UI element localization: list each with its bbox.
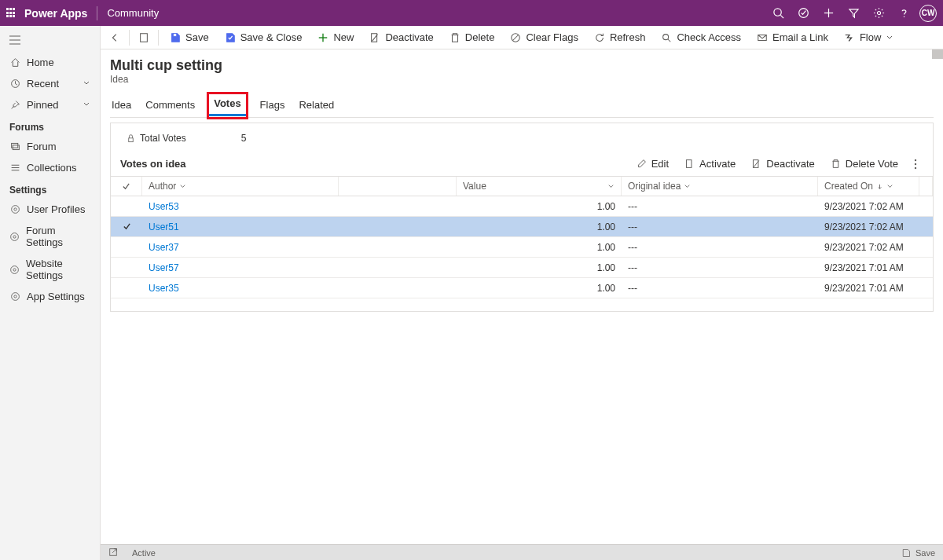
tab-votes[interactable]: Votes (209, 94, 245, 117)
scroll-indicator (932, 49, 943, 59)
total-votes-row: Total Votes 5 (111, 130, 933, 150)
table-row[interactable]: User57 1.00 --- 9/23/2021 7:01 AM (111, 258, 933, 278)
tab-idea[interactable]: Idea (112, 94, 131, 117)
row-author: User35 (142, 278, 339, 298)
page-subtitle: Idea (110, 74, 934, 85)
svg-point-40 (915, 163, 916, 164)
action-edit[interactable]: Edit (637, 158, 669, 170)
row-check[interactable] (111, 217, 142, 236)
row-end (920, 196, 933, 216)
table-row[interactable]: User35 1.00 --- 9/23/2021 7:01 AM (111, 278, 933, 298)
help-icon[interactable] (891, 1, 916, 26)
filter-icon[interactable] (841, 1, 866, 26)
votes-panel: Total Votes 5 Votes on idea Edit Activat… (110, 123, 934, 312)
author-link[interactable]: User53 (149, 201, 179, 212)
svg-point-41 (915, 167, 916, 168)
nav-forum[interactable]: Forum (0, 136, 100, 157)
nav-pinned[interactable]: Pinned (0, 94, 100, 115)
row-author: User53 (142, 196, 339, 216)
col-created[interactable]: Created On (818, 177, 919, 196)
add-icon[interactable] (816, 1, 841, 26)
status-text: Active (132, 548, 156, 558)
settings-gear-icon[interactable] (866, 1, 891, 26)
svg-rect-35 (129, 137, 134, 141)
nav-home[interactable]: Home (0, 52, 100, 73)
user-avatar[interactable]: CW (919, 5, 937, 22)
row-check[interactable] (111, 237, 142, 257)
author-link[interactable]: User57 (149, 262, 179, 273)
svg-point-19 (11, 232, 19, 240)
votes-subgrid-header: Votes on idea Edit Activate Deactivat (111, 150, 933, 176)
row-check[interactable] (111, 196, 142, 216)
nav-app-settings[interactable]: App Settings (0, 286, 100, 307)
col-created-label: Created On (824, 181, 873, 192)
row-spacer (339, 258, 457, 277)
record-tabs: Idea Comments Votes Flags Related (110, 94, 934, 118)
page-body: Home Recent Pinned Forums Forum Collecti… (0, 26, 943, 560)
environment-name: Community (107, 7, 159, 19)
chevron-down-icon (607, 183, 615, 190)
tab-related[interactable]: Related (299, 94, 334, 117)
cmd-clear-flags[interactable]: Clear Flags (504, 29, 584, 46)
task-icon[interactable] (791, 1, 816, 26)
action-deactivate[interactable]: Deactivate (751, 158, 814, 170)
svg-line-31 (513, 35, 519, 40)
back-button[interactable] (105, 28, 124, 47)
tab-flags[interactable]: Flags (260, 94, 285, 117)
row-check[interactable] (111, 258, 142, 277)
row-end (920, 217, 933, 236)
cmd-new[interactable]: New (311, 29, 360, 46)
cmd-check-access-label: Check Access (677, 31, 741, 43)
table-row[interactable]: User51 1.00 --- 9/23/2021 7:02 AM (111, 217, 933, 237)
hamburger-icon[interactable] (0, 31, 100, 52)
total-votes-label: Total Votes (140, 133, 186, 144)
author-link[interactable]: User51 (149, 221, 179, 232)
nav-website-settings[interactable]: Website Settings (0, 253, 100, 286)
col-original[interactable]: Original idea (622, 177, 818, 196)
popout-icon[interactable] (108, 547, 118, 558)
author-link[interactable]: User35 (149, 283, 179, 294)
total-votes-value: 5 (241, 133, 247, 144)
row-created: 9/23/2021 7:02 AM (818, 196, 920, 216)
cmd-delete[interactable]: Delete (443, 29, 501, 46)
svg-point-39 (915, 159, 916, 160)
app-launcher-icon[interactable] (6, 8, 17, 18)
cmd-flow[interactable]: Flow (838, 29, 900, 46)
row-check[interactable] (111, 278, 142, 298)
nav-forum-label: Forum (27, 141, 57, 152)
cmd-email-link[interactable]: Email a Link (750, 29, 835, 46)
user-initials: CW (922, 9, 935, 17)
action-activate[interactable]: Activate (684, 158, 736, 170)
col-author[interactable]: Author (142, 177, 339, 196)
separator (129, 30, 130, 46)
nav-forum-settings[interactable]: Forum Settings (0, 220, 100, 253)
nav-collections[interactable]: Collections (0, 157, 100, 178)
row-value: 1.00 (457, 196, 622, 216)
row-original: --- (622, 196, 818, 216)
cmd-deactivate[interactable]: Deactivate (363, 29, 439, 46)
table-row[interactable]: User53 1.00 --- 9/23/2021 7:02 AM (111, 196, 933, 217)
page-title: Multi cup setting (110, 57, 934, 74)
chevron-down-icon (83, 78, 90, 90)
chevron-down-icon (83, 99, 90, 111)
cmd-check-access[interactable]: Check Access (655, 29, 747, 46)
col-end (919, 177, 933, 196)
cmd-save-close[interactable]: Save & Close (218, 29, 309, 46)
cmd-save[interactable]: Save (163, 29, 215, 46)
nav-recent[interactable]: Recent (0, 73, 100, 94)
statusbar-save[interactable]: Save (915, 548, 935, 558)
svg-point-22 (13, 295, 16, 298)
row-value: 1.00 (457, 258, 622, 277)
nav-user-profiles[interactable]: User Profiles (0, 199, 100, 220)
cmd-refresh[interactable]: Refresh (588, 29, 652, 46)
table-row[interactable]: User37 1.00 --- 9/23/2021 7:02 AM (111, 237, 933, 258)
grid-select-all[interactable] (111, 177, 142, 196)
open-record-set-icon[interactable] (134, 28, 153, 47)
col-value[interactable]: Value (457, 177, 622, 196)
search-icon[interactable] (765, 1, 791, 26)
nav-website-settings-label: Website Settings (26, 258, 90, 281)
tab-comments[interactable]: Comments (145, 94, 195, 117)
author-link[interactable]: User37 (149, 242, 179, 253)
action-more[interactable] (914, 159, 917, 170)
action-delete[interactable]: Delete Vote (831, 158, 898, 170)
